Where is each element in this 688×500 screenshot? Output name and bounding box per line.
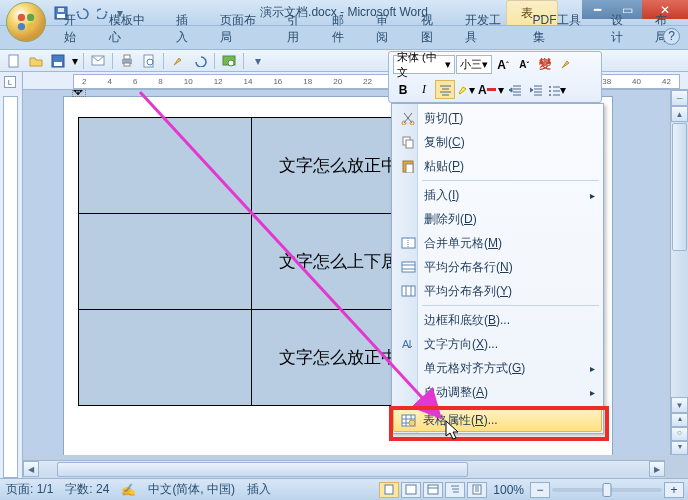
save-icon-tb[interactable] [48,52,68,70]
increase-indent-icon[interactable] [526,80,546,99]
preview-icon[interactable] [139,52,159,70]
svg-rect-13 [124,63,130,66]
status-insert[interactable]: 插入 [247,481,271,498]
spellcheck-icon[interactable]: ✍ [121,483,136,497]
ctx-insert[interactable]: 插入(I) [394,183,601,207]
tab-mail[interactable]: 邮件 [322,9,365,49]
scroll-right-icon[interactable]: ▶ [649,461,665,477]
zoom-in-icon[interactable]: + [664,482,684,498]
merge-icon [399,234,417,252]
svg-rect-28 [402,262,415,272]
svg-rect-24 [406,140,413,148]
tab-insert[interactable]: 插入 [166,9,209,49]
tab-template[interactable]: 模板中心 [99,9,164,49]
view-web-icon[interactable] [423,482,443,498]
scroll-split-icon[interactable]: ─ [671,90,688,106]
table-cell[interactable] [79,118,252,214]
tab-view[interactable]: 视图 [411,9,454,49]
print-icon[interactable] [117,52,137,70]
shrink-font-icon[interactable]: Aˇ [514,55,534,74]
status-page[interactable]: 页面: 1/1 [6,481,53,498]
vertical-ruler[interactable]: L [0,72,23,478]
ctx-autofit[interactable]: 自动调整(A) [394,380,601,404]
mini-toolbar: 宋体 (中文▾ 小三▾ Aˆ Aˇ 變 B I ▾ A ▾ ▾ [388,51,602,103]
tab-review[interactable]: 审阅 [366,9,409,49]
tab-developer[interactable]: 开发工具 [455,9,520,49]
scroll-down-icon[interactable]: ▼ [671,397,688,413]
svg-point-18 [549,86,551,88]
view-fullscreen-icon[interactable] [401,482,421,498]
tab-pagelayout[interactable]: 页面布局 [210,9,275,49]
italic-icon[interactable]: I [414,80,434,99]
font-color-icon[interactable]: A [477,80,497,99]
open-icon[interactable] [26,52,46,70]
table-cell[interactable] [79,310,252,406]
horizontal-scrollbar[interactable]: ◀ ▶ [23,460,665,478]
browse-object-icon[interactable]: ○ [671,427,688,441]
toolbar-options-icon[interactable]: ▾ [248,52,268,70]
tab-home[interactable]: 开始 [54,9,97,49]
dropdown-icon[interactable]: ▾ [70,52,79,70]
tab-design[interactable]: 设计 [601,9,644,49]
svg-rect-7 [9,55,18,67]
ctx-cell-align[interactable]: 单元格对齐方式(G) [394,356,601,380]
grow-font-icon[interactable]: Aˆ [493,55,513,74]
brush-icon[interactable] [168,52,188,70]
ctx-dist-rows[interactable]: 平均分布各行(N) [394,255,601,279]
ruler-corner[interactable]: L [4,76,16,88]
highlight-icon[interactable]: ▾ [456,80,476,99]
ctx-merge[interactable]: 合并单元格(M) [394,231,601,255]
undo-tb-icon[interactable] [190,52,210,70]
svg-rect-14 [144,55,153,67]
paste-icon [399,157,417,175]
ctx-table-properties[interactable]: 表格属性(R)... [393,408,602,432]
view-draft-icon[interactable] [467,482,487,498]
table-move-handle-icon[interactable]: ✥ [72,90,86,97]
ctx-delete-col[interactable]: 删除列(D) [394,207,601,231]
format-painter-icon[interactable] [556,55,576,74]
scroll-up-icon[interactable]: ▲ [671,106,688,122]
zoom-lens-icon[interactable] [219,52,239,70]
status-lang[interactable]: 中文(简体, 中国) [148,481,235,498]
fontsize-select[interactable]: 小三▾ [456,55,492,74]
ctx-copy[interactable]: 复制(C) [394,130,601,154]
bullets-icon[interactable]: ▾ [547,80,567,99]
view-print-icon[interactable] [379,482,399,498]
ctx-cut[interactable]: 剪切(T) [394,106,601,130]
next-page-icon[interactable]: ▾ [671,441,688,455]
scroll-thumb-h[interactable] [57,462,468,477]
change-case-icon[interactable]: 變 [535,55,555,74]
svg-rect-9 [54,62,62,66]
tab-pdf[interactable]: PDF工具集 [523,9,599,49]
scroll-thumb[interactable] [672,123,687,251]
ctx-textdir[interactable]: A文字方向(X)... [394,332,601,356]
new-doc-icon[interactable] [4,52,24,70]
tab-references[interactable]: 引用 [277,9,320,49]
svg-point-19 [549,90,551,92]
decrease-indent-icon[interactable] [505,80,525,99]
svg-rect-12 [124,55,130,59]
help-icon[interactable]: ? [663,28,680,45]
ctx-dist-cols[interactable]: 平均分布各列(Y) [394,279,601,303]
svg-point-20 [549,94,551,96]
cut-icon [399,109,417,127]
vertical-scrollbar[interactable]: ─ ▲ ▼ ▴ ○ ▾ [670,90,688,455]
center-align-icon[interactable] [435,80,455,99]
font-select[interactable]: 宋体 (中文▾ [393,55,455,74]
zoom-slider[interactable] [552,488,662,492]
prev-page-icon[interactable]: ▴ [671,413,688,427]
office-button[interactable] [6,2,46,42]
ctx-paste[interactable]: 粘贴(P) [394,154,601,178]
status-words[interactable]: 字数: 24 [65,481,109,498]
bold-icon[interactable]: B [393,80,413,99]
svg-rect-36 [428,485,438,494]
svg-point-3 [27,23,34,30]
table-cell[interactable] [79,214,252,310]
mail-icon[interactable] [88,52,108,70]
svg-text:A: A [402,338,410,350]
zoom-level[interactable]: 100% [493,483,524,497]
view-outline-icon[interactable] [445,482,465,498]
zoom-out-icon[interactable]: − [530,482,550,498]
scroll-left-icon[interactable]: ◀ [23,461,39,477]
ctx-borders[interactable]: 边框和底纹(B)... [394,308,601,332]
